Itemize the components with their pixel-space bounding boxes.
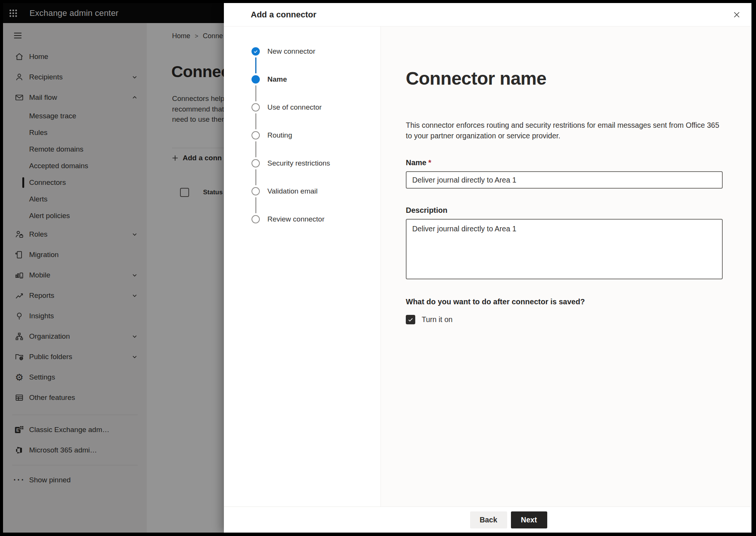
step-upcoming-icon xyxy=(251,215,260,223)
wizard-content: Connector name This connector enforces r… xyxy=(381,26,751,507)
content-heading: Connector name xyxy=(406,68,751,89)
dialog-title: Add a connector xyxy=(251,10,317,20)
step-new-connector[interactable]: New connector xyxy=(251,47,380,75)
step-name[interactable]: Name xyxy=(251,75,380,103)
close-icon[interactable] xyxy=(731,9,742,20)
after-save-question: What do you want to do after connector i… xyxy=(406,297,751,306)
screenshot-root: Exchange admin center Home Recipients xyxy=(0,0,756,536)
dialog-footer: Back Next xyxy=(224,507,751,533)
step-current-icon xyxy=(251,75,260,84)
dialog-header: Add a connector xyxy=(224,3,751,26)
step-upcoming-icon xyxy=(251,187,260,195)
wizard-stepper: New connector Name Use of connector Rout… xyxy=(224,26,381,507)
step-review-connector: Review connector xyxy=(251,215,380,243)
step-use-of-connector: Use of connector xyxy=(251,103,380,131)
check-icon xyxy=(407,316,414,323)
connector-description-textarea[interactable]: Deliver journal directly to Area 1 xyxy=(406,219,723,279)
step-validation-email: Validation email xyxy=(251,187,380,215)
next-button[interactable]: Next xyxy=(511,511,547,528)
dialog-body: New connector Name Use of connector Rout… xyxy=(224,26,751,507)
step-upcoming-icon xyxy=(251,159,260,167)
step-upcoming-icon xyxy=(251,103,260,112)
turn-it-on-option[interactable]: Turn it on xyxy=(406,315,751,324)
turn-it-on-checkbox-checked[interactable] xyxy=(406,315,415,324)
step-security-restrictions: Security restrictions xyxy=(251,159,380,187)
content-intro: This connector enforces routing and secu… xyxy=(406,120,751,141)
required-asterisk: * xyxy=(428,158,431,167)
turn-it-on-label: Turn it on xyxy=(422,315,453,324)
step-upcoming-icon xyxy=(251,131,260,139)
connector-name-input[interactable] xyxy=(406,171,723,189)
app-window: Exchange admin center Home Recipients xyxy=(3,3,751,533)
name-label: Name* xyxy=(406,158,751,167)
step-routing: Routing xyxy=(251,131,380,159)
add-connector-dialog: Add a connector New connector xyxy=(224,3,751,533)
back-button[interactable]: Back xyxy=(470,511,507,528)
step-complete-icon xyxy=(251,47,260,56)
description-label: Description xyxy=(406,206,751,215)
